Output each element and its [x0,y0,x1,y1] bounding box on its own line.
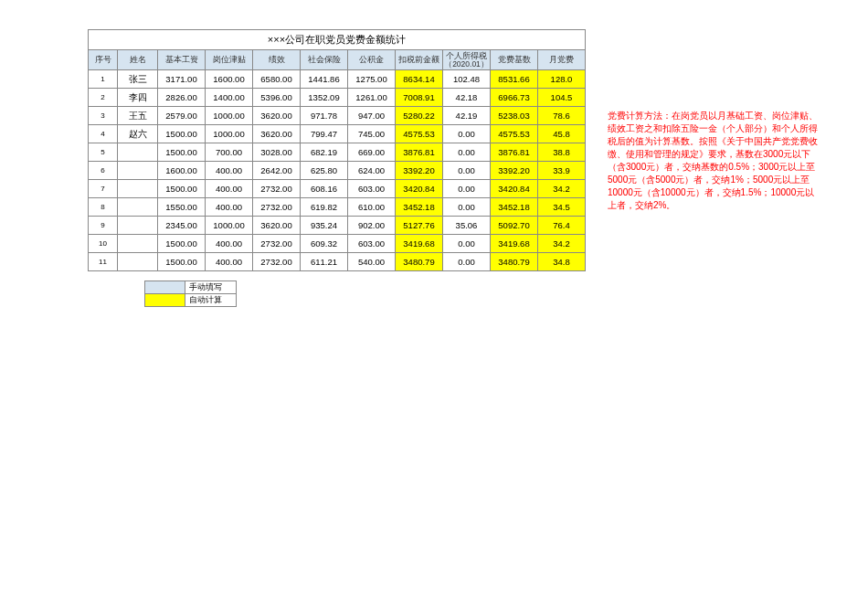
cell-name: 赵六 [118,125,158,143]
cell-fee: 34.2 [538,235,586,253]
cell-base: 3171.00 [158,70,206,89]
table-row: 71500.00400.002732.00608.16603.003420.84… [89,180,586,198]
cell-fund: 624.00 [348,162,396,180]
cell-jishu: 3452.18 [491,198,538,217]
th-social: 社会保险 [301,50,348,70]
table-header-row: 序号 姓名 基本工资 岗位津贴 绩效 社会保险 公积金 扣税前金额 个人所得税（… [89,50,586,70]
cell-pretax: 5127.76 [396,217,443,235]
cell-name: 李四 [118,89,158,107]
cell-name [118,180,158,198]
cell-fee: 128.0 [538,70,586,89]
cell-pretax: 7008.91 [396,89,443,107]
cell-base: 1600.00 [158,162,206,180]
th-seq: 序号 [89,50,118,70]
cell-seq: 8 [89,198,118,217]
cell-jishu: 3392.20 [491,162,538,180]
th-allow: 岗位津贴 [206,50,253,70]
cell-jishu: 8531.66 [491,70,538,89]
cell-tax: 0.00 [443,235,491,253]
table-row: 92345.001000.003620.00935.24902.005127.7… [89,217,586,235]
legend-label-auto: 自动计算 [185,294,237,307]
cell-social: 971.78 [301,107,348,125]
th-perf: 绩效 [253,50,301,70]
cell-tax: 102.48 [443,70,491,89]
cell-tax: 42.19 [443,107,491,125]
cell-jishu: 3420.84 [491,180,538,198]
calculation-note: 党费计算方法：在岗党员以月基础工资、岗位津贴、绩效工资之和扣除五险一金（个人部分… [608,110,818,212]
cell-pretax: 3420.84 [396,180,443,198]
th-pretax: 扣税前金额 [396,50,443,70]
cell-pretax: 3480.79 [396,253,443,271]
cell-allow: 700.00 [206,143,253,162]
table-row: 4赵六1500.001000.003620.00799.47745.004575… [89,125,586,143]
cell-fund: 1275.00 [348,70,396,89]
th-fee: 月党费 [538,50,586,70]
cell-allow: 1600.00 [206,70,253,89]
cell-allow: 1000.00 [206,125,253,143]
cell-social: 935.24 [301,217,348,235]
table-row: 2李四2826.001400.005396.001352.091261.0070… [89,89,586,107]
cell-seq: 5 [89,143,118,162]
cell-name [118,253,158,271]
cell-allow: 1400.00 [206,89,253,107]
cell-base: 1500.00 [158,253,206,271]
th-name: 姓名 [118,50,158,70]
cell-jishu: 5238.03 [491,107,538,125]
cell-fund: 610.00 [348,198,396,217]
cell-fee: 33.9 [538,162,586,180]
cell-perf: 3028.00 [253,143,301,162]
cell-seq: 1 [89,70,118,89]
cell-fee: 45.8 [538,125,586,143]
cell-pretax: 3392.20 [396,162,443,180]
cell-tax: 0.00 [443,253,491,271]
cell-base: 1500.00 [158,180,206,198]
cell-perf: 5396.00 [253,89,301,107]
cell-base: 1500.00 [158,143,206,162]
cell-social: 682.19 [301,143,348,162]
cell-seq: 6 [89,162,118,180]
cell-seq: 10 [89,235,118,253]
cell-base: 2826.00 [158,89,206,107]
cell-name: 张三 [118,70,158,89]
cell-social: 608.16 [301,180,348,198]
cell-name [118,162,158,180]
cell-fund: 669.00 [348,143,396,162]
cell-name: 王五 [118,107,158,125]
cell-name [118,217,158,235]
cell-fund: 540.00 [348,253,396,271]
cell-allow: 400.00 [206,235,253,253]
cell-allow: 400.00 [206,198,253,217]
cell-tax: 0.00 [443,180,491,198]
cell-allow: 1000.00 [206,217,253,235]
cell-jishu: 3876.81 [491,143,538,162]
cell-jishu: 6966.73 [491,89,538,107]
cell-social: 799.47 [301,125,348,143]
table-row: 3王五2579.001000.003620.00971.78947.005280… [89,107,586,125]
cell-fee: 38.8 [538,143,586,162]
th-fund: 公积金 [348,50,396,70]
th-tax: 个人所得税（2020.01） [443,50,491,70]
cell-seq: 9 [89,217,118,235]
party-fee-table: ×××公司在职党员党费金额统计 序号 姓名 基本工资 岗位津贴 绩效 社会保险 … [88,29,586,271]
table-title: ×××公司在职党员党费金额统计 [89,30,586,50]
cell-fund: 745.00 [348,125,396,143]
cell-pretax: 3419.68 [396,235,443,253]
cell-allow: 400.00 [206,162,253,180]
cell-name [118,235,158,253]
cell-base: 2579.00 [158,107,206,125]
cell-social: 619.82 [301,198,348,217]
cell-seq: 3 [89,107,118,125]
table-row: 101500.00400.002732.00609.32603.003419.6… [89,235,586,253]
cell-tax: 35.06 [443,217,491,235]
cell-pretax: 4575.53 [396,125,443,143]
cell-seq: 2 [89,89,118,107]
cell-seq: 7 [89,180,118,198]
cell-jishu: 4575.53 [491,125,538,143]
cell-social: 611.21 [301,253,348,271]
cell-perf: 2732.00 [253,253,301,271]
cell-base: 1500.00 [158,235,206,253]
cell-tax: 0.00 [443,162,491,180]
cell-perf: 3620.00 [253,107,301,125]
cell-jishu: 5092.70 [491,217,538,235]
cell-pretax: 3876.81 [396,143,443,162]
